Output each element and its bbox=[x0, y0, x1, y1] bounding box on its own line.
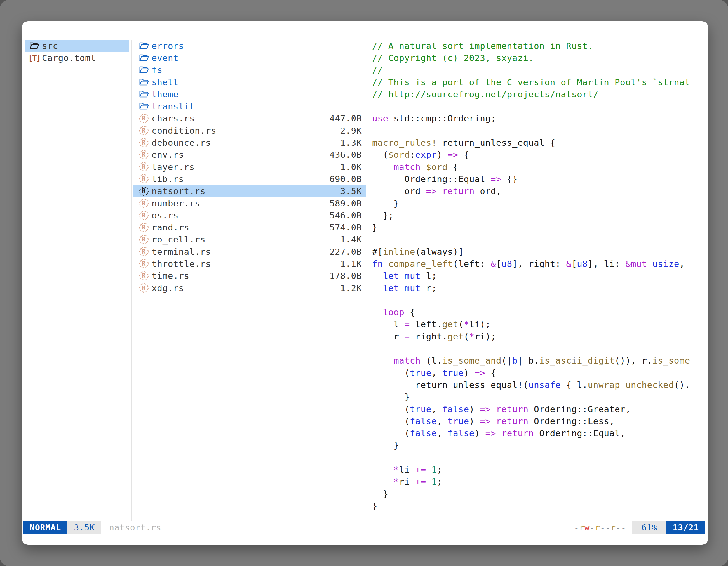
file-name-label: errors bbox=[152, 41, 184, 51]
file-size-label: 178.0B bbox=[329, 270, 362, 282]
parent-pane-item[interactable]: src bbox=[25, 40, 129, 52]
file-name-label: env.rs bbox=[152, 150, 184, 160]
code-line: use std::cmp::Ordering; bbox=[372, 112, 708, 125]
code-line: (true, true) => { bbox=[372, 366, 708, 379]
file-name-label: fs bbox=[152, 65, 163, 75]
file-size-label: 1.1K bbox=[340, 258, 362, 270]
file-row[interactable]: Rdebounce.rs1.3K bbox=[133, 137, 366, 149]
open-folder-icon bbox=[138, 77, 149, 88]
code-line: return_unless_equal!(unsafe { l.unwrap_u… bbox=[372, 379, 708, 391]
open-folder-icon bbox=[138, 40, 149, 51]
code-line: ($ord:expr) => { bbox=[372, 149, 708, 161]
file-size-label: 447.0B bbox=[329, 112, 362, 125]
file-row[interactable]: Rnatsort.rs3.5K bbox=[133, 185, 366, 197]
code-line: // A natural sort implementation in Rust… bbox=[372, 40, 708, 52]
file-size-label: 589.0B bbox=[329, 197, 362, 209]
file-name-label: debounce.rs bbox=[152, 138, 211, 148]
file-size-label: 436.0B bbox=[329, 149, 362, 161]
code-line: Ordering::Equal => {} bbox=[372, 173, 708, 185]
code-line: // http://sourcefrog.net/projects/natsor… bbox=[372, 88, 708, 100]
rust-file-icon: R bbox=[138, 258, 149, 269]
file-name-label: terminal.rs bbox=[152, 247, 211, 257]
code-line: } bbox=[372, 500, 708, 512]
code-line bbox=[372, 342, 708, 354]
parent-item-label: src bbox=[42, 41, 58, 51]
code-line: } bbox=[372, 197, 708, 209]
file-row[interactable]: Rnumber.rs589.0B bbox=[133, 197, 366, 209]
file-row[interactable]: Rro_cell.rs1.4K bbox=[133, 234, 366, 246]
file-row[interactable]: Rchars.rs447.0B bbox=[133, 112, 366, 125]
rust-file-icon: R bbox=[138, 234, 149, 245]
dir-row[interactable]: theme bbox=[133, 88, 366, 100]
rust-file-icon: R bbox=[138, 137, 149, 148]
file-size-label: 546.0B bbox=[329, 209, 362, 221]
file-name-label: rand.rs bbox=[152, 222, 189, 233]
code-line: // This is a port of the C version of Ma… bbox=[372, 76, 708, 88]
file-row[interactable]: Rlayer.rs1.0K bbox=[133, 161, 366, 173]
file-size-label: 3.5K bbox=[340, 185, 362, 197]
file-size-label: 1.0K bbox=[340, 161, 362, 173]
code-line: let mut r; bbox=[372, 282, 708, 294]
code-line bbox=[372, 125, 708, 137]
file-row[interactable]: Rrand.rs574.0B bbox=[133, 221, 366, 233]
file-name-label: ro_cell.rs bbox=[152, 234, 206, 245]
dir-row[interactable]: fs bbox=[133, 64, 366, 76]
parent-pane-item[interactable]: [T]Cargo.toml bbox=[25, 52, 129, 64]
file-name-label: time.rs bbox=[152, 271, 189, 281]
rust-file-icon: R bbox=[138, 270, 149, 281]
file-row[interactable]: Rtime.rs178.0B bbox=[133, 270, 366, 282]
rust-file-icon: R bbox=[138, 222, 149, 233]
rust-file-icon: R bbox=[138, 173, 149, 185]
file-name-label: event bbox=[152, 53, 179, 63]
code-line: *li += 1; bbox=[372, 463, 708, 475]
open-folder-icon bbox=[29, 40, 40, 51]
file-name-label: lib.rs bbox=[152, 174, 184, 184]
file-size-label: 2.9K bbox=[340, 125, 362, 137]
file-row[interactable]: Rxdg.rs1.2K bbox=[133, 282, 366, 294]
rust-file-icon: R bbox=[138, 246, 149, 257]
code-line: (true, false) => return Ordering::Greate… bbox=[372, 403, 708, 415]
dir-row[interactable]: errors bbox=[133, 40, 366, 52]
current-pane: errorseventfsshellthemetranslitRchars.rs… bbox=[133, 40, 366, 294]
file-row[interactable]: Rcondition.rs2.9K bbox=[133, 125, 366, 137]
code-line: } bbox=[372, 221, 708, 233]
code-line: r = right.get(*ri); bbox=[372, 330, 708, 342]
code-line: fn compare_left(left: &[u8], right: &[u8… bbox=[372, 258, 708, 270]
rust-file-icon: R bbox=[138, 283, 149, 293]
code-line: ord => return ord, bbox=[372, 185, 708, 197]
file-row[interactable]: Rlib.rs690.0B bbox=[133, 173, 366, 185]
code-line: }; bbox=[372, 209, 708, 221]
dir-row[interactable]: event bbox=[133, 52, 366, 64]
code-line bbox=[372, 100, 708, 112]
rust-file-icon: R bbox=[138, 186, 149, 197]
file-name-label: condition.rs bbox=[152, 126, 216, 136]
file-size-label: 227.0B bbox=[329, 246, 362, 258]
code-line: } bbox=[372, 439, 708, 451]
code-line: // Copyright (c) 2023, sxyazi. bbox=[372, 52, 708, 64]
file-name-label: number.rs bbox=[152, 198, 200, 208]
scroll-percent-badge: 61% bbox=[632, 521, 666, 534]
rust-file-icon: R bbox=[138, 198, 149, 209]
file-size-label: 1.2K bbox=[340, 282, 362, 294]
code-line: #[inline(always)] bbox=[372, 246, 708, 258]
code-line: match $ord { bbox=[372, 161, 708, 173]
parent-item-label: Cargo.toml bbox=[42, 53, 96, 63]
rust-file-icon: R bbox=[138, 125, 149, 136]
file-row[interactable]: Renv.rs436.0B bbox=[133, 149, 366, 161]
dir-row[interactable]: shell bbox=[133, 76, 366, 88]
toml-file-icon: [T] bbox=[29, 52, 40, 64]
preview-pane: // A natural sort implementation in Rust… bbox=[372, 40, 708, 515]
code-line: loop { bbox=[372, 306, 708, 318]
code-line: l = left.get(*li); bbox=[372, 318, 708, 330]
file-row[interactable]: Rthrottle.rs1.1K bbox=[133, 258, 366, 270]
parent-pane-divider bbox=[131, 40, 132, 521]
dir-row[interactable]: translit bbox=[133, 100, 366, 112]
open-folder-icon bbox=[138, 52, 149, 64]
open-folder-icon bbox=[138, 64, 149, 76]
mode-badge: NORMAL bbox=[23, 521, 67, 534]
file-row[interactable]: Ros.rs546.0B bbox=[133, 209, 366, 221]
code-line bbox=[372, 451, 708, 463]
file-size-label: 690.0B bbox=[329, 173, 362, 185]
file-row[interactable]: Rterminal.rs227.0B bbox=[133, 246, 366, 258]
open-folder-icon bbox=[138, 101, 149, 112]
